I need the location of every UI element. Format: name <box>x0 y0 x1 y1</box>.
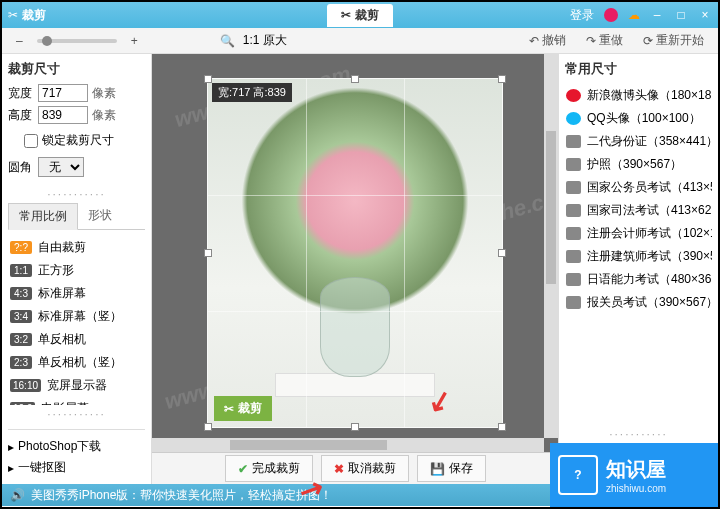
width-input[interactable] <box>38 84 88 102</box>
ratio-badge: 1:1 <box>10 264 32 277</box>
footer-link[interactable]: ▸PhotoShop下载 <box>8 436 145 457</box>
handle-bl[interactable] <box>204 423 212 431</box>
ratio-item[interactable]: 16:9电影屏幕 <box>8 397 145 405</box>
tab-shape[interactable]: 形状 <box>78 203 122 229</box>
ratio-badge: ?:? <box>10 241 32 254</box>
size-item[interactable]: 国家公务员考试（413×532） <box>565 176 712 199</box>
doc-icon <box>566 204 581 217</box>
scrollbar-vertical[interactable] <box>544 54 558 438</box>
size-item[interactable]: 国家司法考试（413×626） <box>565 199 712 222</box>
scrollbar-horizontal[interactable] <box>152 438 544 452</box>
login-link[interactable]: 登录 <box>570 7 594 24</box>
crop-frame[interactable]: 宽:717 高:839 ✂ 裁剪 ↙ <box>207 78 503 428</box>
canvas-area: www.wmzhe.com www.wmzhe.com www.wmzhe.co… <box>152 54 558 484</box>
ratio-badge: 16:10 <box>10 379 41 392</box>
size-label: QQ头像（100×100） <box>587 110 701 127</box>
app-title: 裁剪 <box>22 7 46 24</box>
height-input[interactable] <box>38 106 88 124</box>
app-icon: ✂ <box>8 8 18 22</box>
redo-icon: ↷ <box>586 34 596 48</box>
width-unit: 像素 <box>92 85 116 102</box>
ratio-item[interactable]: 2:3单反相机（竖） <box>8 351 145 374</box>
refresh-icon: ⟳ <box>643 34 653 48</box>
size-label: 二代身份证（358×441） <box>587 133 712 150</box>
tab-crop-label: 裁剪 <box>355 7 379 24</box>
close-button[interactable]: × <box>698 8 712 22</box>
ratio-label: 标准屏幕 <box>38 285 86 302</box>
ratio-item[interactable]: 1:1正方形 <box>8 259 145 282</box>
handle-mr[interactable] <box>498 249 506 257</box>
ratio-item[interactable]: 4:3标准屏幕 <box>8 282 145 305</box>
action-bar: ↗ ✔完成裁剪 ✖取消裁剪 💾保存 <box>152 452 558 484</box>
handle-br[interactable] <box>498 423 506 431</box>
footer-link[interactable]: ▸一键抠图 <box>8 457 145 478</box>
ratio-badge: 4:3 <box>10 287 32 300</box>
speaker-icon: 🔊 <box>10 488 25 502</box>
undo-button[interactable]: ↶撤销 <box>523 30 572 51</box>
crop-size-heading: 裁剪尺寸 <box>8 60 145 78</box>
tab-ratio[interactable]: 常用比例 <box>8 203 78 230</box>
status-text: 美图秀秀iPhone版：帮你快速美化照片，轻松搞定拼图！ <box>31 487 332 504</box>
brand-logo: ? <box>558 455 598 495</box>
corner-select[interactable]: 无 <box>38 157 84 177</box>
ratio-label: 单反相机（竖） <box>38 354 122 371</box>
cloud-icon[interactable]: ☁ <box>628 8 640 22</box>
save-button[interactable]: 💾保存 <box>417 455 486 482</box>
zoom-slider[interactable] <box>37 39 117 43</box>
zoom-label[interactable]: 1:1 原大 <box>243 32 287 49</box>
brand-name: 知识屋 <box>606 456 666 483</box>
size-label: 日语能力考试（480×360） <box>587 271 712 288</box>
handle-tr[interactable] <box>498 75 506 83</box>
ratio-label: 单反相机 <box>38 331 86 348</box>
doc-icon <box>566 135 581 148</box>
x-icon: ✖ <box>334 462 344 476</box>
doc-icon <box>566 273 581 286</box>
common-sizes-heading: 常用尺寸 <box>565 60 712 78</box>
ratio-item[interactable]: 3:2单反相机 <box>8 328 145 351</box>
size-label: 护照（390×567） <box>587 156 682 173</box>
size-label: 注册建筑师考试（390×567） <box>587 248 712 265</box>
size-item[interactable]: 报关员考试（390×567） <box>565 291 712 314</box>
lock-checkbox[interactable] <box>24 134 38 148</box>
size-label: 新浪微博头像（180×180） <box>587 87 712 104</box>
toolbar: – + 🔍 1:1 原大 ↶撤销 ↷重做 ⟳重新开始 <box>2 28 718 54</box>
skin-icon[interactable] <box>604 8 618 22</box>
zoom-in-button[interactable]: + <box>125 32 144 50</box>
doc-icon <box>566 250 581 263</box>
size-item[interactable]: 新浪微博头像（180×180） <box>565 84 712 107</box>
size-item[interactable]: 护照（390×567） <box>565 153 712 176</box>
ratio-badge: 3:2 <box>10 333 32 346</box>
crop-dimensions: 宽:717 高:839 <box>212 83 292 102</box>
doc-icon <box>566 158 581 171</box>
ratio-badge: 2:3 <box>10 356 32 369</box>
ratio-label: 正方形 <box>38 262 74 279</box>
handle-ml[interactable] <box>204 249 212 257</box>
left-panel: 裁剪尺寸 宽度 像素 高度 像素 锁定裁剪尺寸 圆角 无 ···········… <box>2 54 152 484</box>
zoom-out-button[interactable]: – <box>10 32 29 50</box>
divider: ··········· <box>8 405 145 423</box>
confirm-crop-button[interactable]: ✔完成裁剪 <box>225 455 313 482</box>
handle-tm[interactable] <box>351 75 359 83</box>
cancel-crop-button[interactable]: ✖取消裁剪 <box>321 455 409 482</box>
size-label: 报关员考试（390×567） <box>587 294 712 311</box>
tab-crop[interactable]: ✂ 裁剪 <box>327 4 393 27</box>
size-item[interactable]: QQ头像（100×100） <box>565 107 712 130</box>
ratio-item[interactable]: 16:10宽屏显示器 <box>8 374 145 397</box>
restart-button[interactable]: ⟳重新开始 <box>637 30 710 51</box>
maximize-button[interactable]: □ <box>674 8 688 22</box>
ratio-label: 宽屏显示器 <box>47 377 107 394</box>
crop-float-button[interactable]: ✂ 裁剪 <box>214 396 272 421</box>
handle-bm[interactable] <box>351 423 359 431</box>
handle-tl[interactable] <box>204 75 212 83</box>
save-icon: 💾 <box>430 462 445 476</box>
size-item[interactable]: 注册会计师考试（102×126） <box>565 222 712 245</box>
ratio-item[interactable]: 3:4标准屏幕（竖） <box>8 305 145 328</box>
size-item[interactable]: 二代身份证（358×441） <box>565 130 712 153</box>
doc-icon <box>566 181 581 194</box>
redo-button[interactable]: ↷重做 <box>580 30 629 51</box>
size-item[interactable]: 日语能力考试（480×360） <box>565 268 712 291</box>
ratio-item[interactable]: ?:?自由裁剪 <box>8 236 145 259</box>
magnify-icon: 🔍 <box>220 34 235 48</box>
size-item[interactable]: 注册建筑师考试（390×567） <box>565 245 712 268</box>
minimize-button[interactable]: – <box>650 8 664 22</box>
